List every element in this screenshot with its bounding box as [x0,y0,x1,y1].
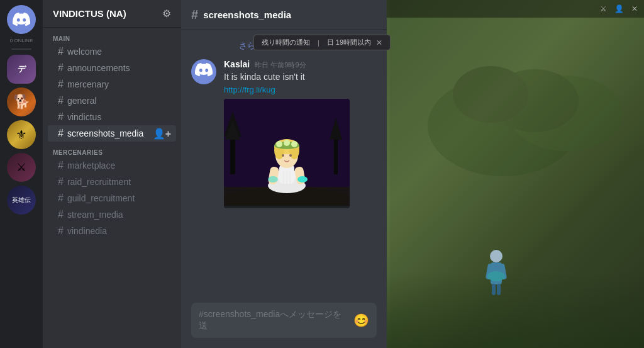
channel-hash-icon: # [58,176,64,188]
channel-raid-recruitment[interactable]: # raid_recruitment [48,174,176,190]
server-list: 0 ONLINE デ 🐕 ⚜ ⚔ 英雄伝 [0,0,43,348]
channel-hash-icon: # [58,160,64,171]
hud-icon-1: ⚔ [600,4,607,13]
channel-hash-icon: # [58,46,64,57]
emoji-button[interactable]: 😊 [353,313,369,328]
channel-hash-icon: # [58,193,64,204]
message-image [224,99,350,208]
message-avatar [191,59,216,84]
channel-hash-icon: # [58,128,64,139]
channel-hash-icon: # [58,225,64,237]
svg-rect-39 [497,284,501,295]
channel-list: VINDICTUS (NA) ⚙ MAIN # welcome # announ… [43,0,181,348]
message-content: Kaslai 昨日 午前9時9分 It is kinda cute isn't … [224,59,377,208]
hud-icon-2: 👤 [614,4,624,13]
notification-banner: 残り時間の通知 | 日 19時間以内 ✕ [253,35,391,50]
server-icon-warrior[interactable]: ⚔ [7,153,36,182]
message: Kaslai 昨日 午前9時9分 It is kinda cute isn't … [181,57,387,211]
channel-stream-media[interactable]: # stream_media [48,206,176,223]
channel-hash-icon: # [58,79,64,90]
chat-input-area: #screenshots_mediaへメッセージを送 😊 [181,303,387,348]
channel-marketplace[interactable]: # marketplace [48,157,176,174]
message-timestamp: 昨日 午前9時9分 [255,60,306,70]
online-label: 0 ONLINE [10,38,33,43]
server-name: VINDICTUS (NA) [53,8,126,19]
server-icon-user[interactable]: デ [7,55,36,84]
discord-overlay: 0 ONLINE デ 🐕 ⚜ ⚔ 英雄伝 VINDICTUS (NA) ⚙ [0,0,387,348]
channel-vindinedia[interactable]: # vindinedia [48,223,176,239]
chat-area: # screenshots_media さらにメッセージを見る Kaslai 昨… [181,0,387,348]
message-text: It is kinda cute isn't it [224,71,377,84]
chat-messages: さらにメッセージを見る Kaslai 昨日 午前9時9分 It is kinda… [181,30,387,303]
settings-icon[interactable]: ⚙ [162,8,171,20]
chat-header: # screenshots_media [181,0,387,30]
channel-hash-icon: # [58,209,64,220]
server-separator [11,48,31,50]
channel-hash-icon: # [58,95,64,106]
message-header: Kaslai 昨日 午前9時9分 [224,59,377,70]
svg-point-40 [487,271,505,281]
svg-point-34 [490,250,502,262]
message-username: Kaslai [224,59,250,69]
add-member-icon[interactable]: 👤+ [153,128,171,140]
chat-input-box[interactable]: #screenshots_mediaへメッセージを送 😊 [191,303,377,338]
discord-home-button[interactable] [7,5,36,34]
server-icon-gold[interactable]: ⚜ [7,120,36,149]
notification-close-button[interactable]: ✕ [376,38,382,47]
svg-point-28 [291,141,297,147]
svg-point-19 [268,176,278,182]
svg-rect-38 [492,284,496,295]
channel-screenshots-media[interactable]: # screenshots_media 👤+ [48,125,176,142]
server-icon-hero[interactable]: 英雄伝 [7,186,36,215]
channel-list-body: MAIN # welcome # announcements # mercena… [43,28,181,348]
game-character-1 [480,245,512,298]
channel-vindictus[interactable]: # vindictus [48,109,176,125]
channel-announcements[interactable]: # announcements [48,60,176,76]
hud-icon-3: ✕ [631,4,638,13]
notification-text: 残り時間の通知 [262,38,310,47]
category-main[interactable]: MAIN [43,33,181,43]
channel-mercenary[interactable]: # mercenary [48,76,176,93]
svg-point-26 [276,141,282,147]
channel-hash-icon: # [58,111,64,123]
channel-general[interactable]: # general [48,93,176,109]
channel-welcome[interactable]: # welcome [48,43,176,60]
svg-point-30 [289,154,292,157]
chat-input-placeholder: #screenshots_mediaへメッセージを送 [199,309,348,332]
svg-point-18 [297,176,308,182]
category-mercenaries[interactable]: MERCENARIES [43,147,181,157]
server-header[interactable]: VINDICTUS (NA) ⚙ [43,0,181,28]
channel-guild-recruitment[interactable]: # guild_recruitment [48,190,176,206]
server-icon-dog[interactable]: 🐕 [7,87,36,116]
message-link[interactable]: http://frg.li/kug [224,85,275,94]
chat-channel-name: screenshots_media [203,9,291,20]
chat-hash-icon: # [191,8,198,22]
svg-point-29 [282,154,284,157]
notification-sub: 日 19時間以内 [327,38,371,47]
svg-point-27 [284,140,290,146]
channel-hash-icon: # [58,62,64,74]
